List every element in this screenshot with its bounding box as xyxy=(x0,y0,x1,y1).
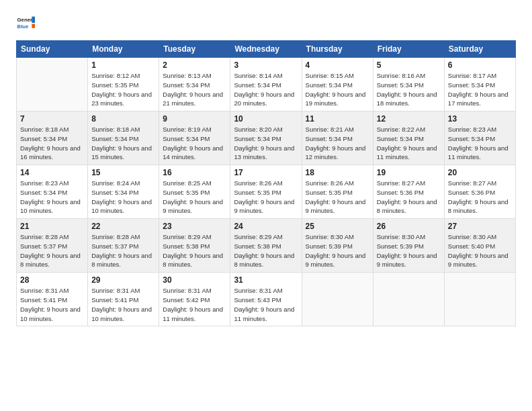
day-number: 27 xyxy=(448,222,512,231)
calendar-cell: 3 Sunrise: 8:14 AM Sunset: 5:34 PM Dayli… xyxy=(230,58,302,111)
day-info: Sunrise: 8:18 AM Sunset: 5:34 PM Dayligh… xyxy=(20,125,84,162)
day-number: 31 xyxy=(234,275,298,285)
calendar-cell: 9 Sunrise: 8:19 AM Sunset: 5:34 PM Dayli… xyxy=(159,111,230,165)
day-number: 5 xyxy=(377,60,441,70)
calendar-cell: 10 Sunrise: 8:20 AM Sunset: 5:34 PM Dayl… xyxy=(230,111,302,165)
day-info: Sunrise: 8:21 AM Sunset: 5:34 PM Dayligh… xyxy=(306,125,369,162)
calendar-cell: 11 Sunrise: 8:21 AM Sunset: 5:34 PM Dayl… xyxy=(302,111,373,165)
day-info: Sunrise: 8:16 AM Sunset: 5:34 PM Dayligh… xyxy=(377,71,441,108)
day-number: 2 xyxy=(163,60,226,70)
weekday-header-sunday: Sunday xyxy=(17,41,88,58)
day-number: 23 xyxy=(163,222,226,231)
day-info: Sunrise: 8:18 AM Sunset: 5:34 PM Dayligh… xyxy=(91,125,155,162)
day-number: 25 xyxy=(306,222,369,231)
day-info: Sunrise: 8:15 AM Sunset: 5:34 PM Dayligh… xyxy=(306,71,369,108)
day-info: Sunrise: 8:23 AM Sunset: 5:34 PM Dayligh… xyxy=(20,179,84,216)
calendar-table: SundayMondayTuesdayWednesdayThursdayFrid… xyxy=(16,40,516,326)
day-number: 19 xyxy=(377,168,441,177)
calendar-cell: 22 Sunrise: 8:28 AM Sunset: 5:37 PM Dayl… xyxy=(88,219,159,273)
week-row-4: 21 Sunrise: 8:28 AM Sunset: 5:37 PM Dayl… xyxy=(17,219,516,273)
calendar-cell: 26 Sunrise: 8:30 AM Sunset: 5:39 PM Dayl… xyxy=(373,219,444,273)
day-info: Sunrise: 8:29 AM Sunset: 5:38 PM Dayligh… xyxy=(234,232,298,269)
calendar-cell: 13 Sunrise: 8:23 AM Sunset: 5:34 PM Dayl… xyxy=(444,111,515,165)
day-number: 14 xyxy=(20,168,84,177)
day-info: Sunrise: 8:31 AM Sunset: 5:41 PM Dayligh… xyxy=(91,286,155,323)
day-info: Sunrise: 8:30 AM Sunset: 5:39 PM Dayligh… xyxy=(377,232,441,269)
calendar-cell xyxy=(302,273,373,326)
calendar-cell: 16 Sunrise: 8:25 AM Sunset: 5:35 PM Dayl… xyxy=(159,165,230,219)
day-number: 6 xyxy=(448,60,512,70)
day-info: Sunrise: 8:31 AM Sunset: 5:42 PM Dayligh… xyxy=(163,286,226,323)
day-info: Sunrise: 8:28 AM Sunset: 5:37 PM Dayligh… xyxy=(20,232,84,269)
calendar-cell xyxy=(17,58,88,111)
day-number: 4 xyxy=(306,60,369,70)
day-info: Sunrise: 8:14 AM Sunset: 5:34 PM Dayligh… xyxy=(234,71,298,108)
day-info: Sunrise: 8:27 AM Sunset: 5:36 PM Dayligh… xyxy=(448,179,512,216)
calendar-cell: 28 Sunrise: 8:31 AM Sunset: 5:41 PM Dayl… xyxy=(17,273,88,326)
calendar-cell: 18 Sunrise: 8:26 AM Sunset: 5:35 PM Dayl… xyxy=(302,165,373,219)
day-info: Sunrise: 8:30 AM Sunset: 5:40 PM Dayligh… xyxy=(448,232,512,269)
day-info: Sunrise: 8:13 AM Sunset: 5:34 PM Dayligh… xyxy=(163,71,226,108)
day-number: 15 xyxy=(91,168,155,177)
day-info: Sunrise: 8:26 AM Sunset: 5:35 PM Dayligh… xyxy=(234,179,298,216)
day-number: 24 xyxy=(234,222,298,231)
calendar-cell: 7 Sunrise: 8:18 AM Sunset: 5:34 PM Dayli… xyxy=(17,111,88,165)
day-number: 11 xyxy=(306,114,369,124)
logo: General Blue xyxy=(16,13,35,32)
calendar-cell: 31 Sunrise: 8:31 AM Sunset: 5:43 PM Dayl… xyxy=(230,273,302,326)
calendar-cell: 21 Sunrise: 8:28 AM Sunset: 5:37 PM Dayl… xyxy=(17,219,88,273)
svg-marker-2 xyxy=(32,17,35,23)
weekday-header-row: SundayMondayTuesdayWednesdayThursdayFrid… xyxy=(17,41,516,58)
calendar-cell: 19 Sunrise: 8:27 AM Sunset: 5:36 PM Dayl… xyxy=(373,165,444,219)
day-info: Sunrise: 8:23 AM Sunset: 5:34 PM Dayligh… xyxy=(448,125,512,162)
day-info: Sunrise: 8:27 AM Sunset: 5:36 PM Dayligh… xyxy=(377,179,441,216)
day-number: 28 xyxy=(20,275,84,285)
week-row-5: 28 Sunrise: 8:31 AM Sunset: 5:41 PM Dayl… xyxy=(17,273,516,326)
week-row-3: 14 Sunrise: 8:23 AM Sunset: 5:34 PM Dayl… xyxy=(17,165,516,219)
calendar-cell xyxy=(373,273,444,326)
day-number: 10 xyxy=(234,114,298,124)
calendar-cell: 12 Sunrise: 8:22 AM Sunset: 5:34 PM Dayl… xyxy=(373,111,444,165)
day-number: 17 xyxy=(234,168,298,177)
calendar-cell: 15 Sunrise: 8:24 AM Sunset: 5:34 PM Dayl… xyxy=(88,165,159,219)
day-number: 3 xyxy=(234,60,298,70)
day-number: 16 xyxy=(163,168,226,177)
day-number: 1 xyxy=(91,60,155,70)
calendar-cell: 24 Sunrise: 8:29 AM Sunset: 5:38 PM Dayl… xyxy=(230,219,302,273)
day-info: Sunrise: 8:22 AM Sunset: 5:34 PM Dayligh… xyxy=(377,125,441,162)
calendar-cell: 4 Sunrise: 8:15 AM Sunset: 5:34 PM Dayli… xyxy=(302,58,373,111)
calendar-cell: 14 Sunrise: 8:23 AM Sunset: 5:34 PM Dayl… xyxy=(17,165,88,219)
day-number: 26 xyxy=(377,222,441,231)
day-number: 21 xyxy=(20,222,84,231)
day-info: Sunrise: 8:24 AM Sunset: 5:34 PM Dayligh… xyxy=(91,179,155,216)
svg-marker-3 xyxy=(32,24,35,28)
svg-text:Blue: Blue xyxy=(17,24,30,30)
weekday-header-wednesday: Wednesday xyxy=(230,41,302,58)
day-info: Sunrise: 8:25 AM Sunset: 5:35 PM Dayligh… xyxy=(163,179,226,216)
weekday-header-thursday: Thursday xyxy=(302,41,373,58)
day-info: Sunrise: 8:29 AM Sunset: 5:38 PM Dayligh… xyxy=(163,232,226,269)
logo-icon: General Blue xyxy=(16,13,35,32)
weekday-header-monday: Monday xyxy=(88,41,159,58)
day-number: 9 xyxy=(163,114,226,124)
week-row-1: 1 Sunrise: 8:12 AM Sunset: 5:35 PM Dayli… xyxy=(17,58,516,111)
day-info: Sunrise: 8:26 AM Sunset: 5:35 PM Dayligh… xyxy=(306,179,369,216)
calendar-cell: 2 Sunrise: 8:13 AM Sunset: 5:34 PM Dayli… xyxy=(159,58,230,111)
day-info: Sunrise: 8:31 AM Sunset: 5:43 PM Dayligh… xyxy=(234,286,298,323)
day-info: Sunrise: 8:30 AM Sunset: 5:39 PM Dayligh… xyxy=(306,232,369,269)
calendar-cell: 23 Sunrise: 8:29 AM Sunset: 5:38 PM Dayl… xyxy=(159,219,230,273)
weekday-header-friday: Friday xyxy=(373,41,444,58)
week-row-2: 7 Sunrise: 8:18 AM Sunset: 5:34 PM Dayli… xyxy=(17,111,516,165)
calendar-cell: 1 Sunrise: 8:12 AM Sunset: 5:35 PM Dayli… xyxy=(88,58,159,111)
day-info: Sunrise: 8:20 AM Sunset: 5:34 PM Dayligh… xyxy=(234,125,298,162)
day-number: 18 xyxy=(306,168,369,177)
calendar-cell: 17 Sunrise: 8:26 AM Sunset: 5:35 PM Dayl… xyxy=(230,165,302,219)
calendar-cell: 6 Sunrise: 8:17 AM Sunset: 5:34 PM Dayli… xyxy=(444,58,515,111)
day-number: 30 xyxy=(163,275,226,285)
calendar-cell: 5 Sunrise: 8:16 AM Sunset: 5:34 PM Dayli… xyxy=(373,58,444,111)
calendar-cell: 20 Sunrise: 8:27 AM Sunset: 5:36 PM Dayl… xyxy=(444,165,515,219)
calendar-cell: 25 Sunrise: 8:30 AM Sunset: 5:39 PM Dayl… xyxy=(302,219,373,273)
day-number: 22 xyxy=(91,222,155,231)
day-number: 20 xyxy=(448,168,512,177)
calendar-cell: 29 Sunrise: 8:31 AM Sunset: 5:41 PM Dayl… xyxy=(88,273,159,326)
